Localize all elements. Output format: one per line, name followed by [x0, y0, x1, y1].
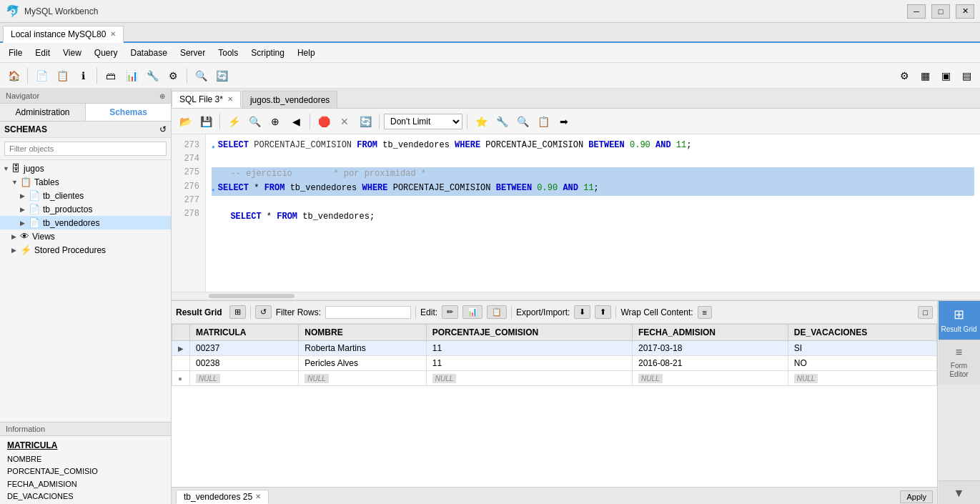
- filter-box: [0, 138, 171, 160]
- sql-tab-table[interactable]: jugos.tb_vendedores: [242, 91, 337, 108]
- maximize-btn[interactable]: □: [931, 4, 950, 19]
- toggle-panel-btn[interactable]: □: [918, 306, 933, 319]
- instance-tab[interactable]: Local instance MySQL80 ✕: [3, 26, 124, 43]
- menu-query[interactable]: Query: [89, 45, 124, 61]
- toolbar-db1[interactable]: 🔧: [143, 66, 162, 85]
- schema-jugos[interactable]: ▼ 🗄 jugos: [0, 162, 171, 175]
- menu-edit[interactable]: Edit: [29, 45, 56, 61]
- menu-help[interactable]: Help: [292, 45, 321, 61]
- menu-view[interactable]: View: [57, 45, 87, 61]
- table-row-1[interactable]: ▶ 00237 Roberta Martins 11 2017-03-18 SI: [172, 341, 937, 356]
- col-header-porcentaje[interactable]: PORCENTAJE_COMISION: [426, 325, 632, 341]
- sql-prev-btn[interactable]: ◀: [287, 112, 305, 131]
- edit-copy-btn[interactable]: 📋: [487, 305, 507, 319]
- filter-rows-input[interactable]: [325, 306, 411, 319]
- tree-tb-productos[interactable]: ▶ 📄 tb_productos: [0, 202, 171, 216]
- toolbar-db2[interactable]: ⚙: [164, 66, 182, 85]
- col-header-vacaciones[interactable]: DE_VACACIONES: [788, 325, 936, 341]
- toolbar-layout3[interactable]: ▤: [957, 66, 976, 85]
- sql-cancel-btn[interactable]: ✕: [335, 112, 354, 131]
- apply-btn[interactable]: Apply: [900, 490, 933, 503]
- toolbar-settings[interactable]: ⚙: [895, 66, 914, 85]
- result-grid-panel-btn[interactable]: ⊞ Result Grid: [939, 301, 980, 340]
- menu-tools[interactable]: Tools: [212, 45, 244, 61]
- sql-tab-file[interactable]: SQL File 3* ✕: [172, 91, 241, 108]
- stored-procs-node[interactable]: ▶ ⚡ Stored Procedures: [0, 243, 171, 257]
- filter-input[interactable]: [4, 142, 167, 156]
- results-table: MATRICULA NOMBRE PORCENTAJE_COMISION FEC…: [172, 324, 937, 487]
- export-btn[interactable]: ⬇: [574, 305, 590, 319]
- col-header-nombre[interactable]: NOMBRE: [299, 325, 426, 341]
- tables-node[interactable]: ▼ 📋 Tables: [0, 175, 171, 189]
- filter-rows-refresh-btn[interactable]: ↺: [255, 305, 272, 319]
- minimize-btn[interactable]: ─: [907, 4, 926, 19]
- tree-tb-clientes[interactable]: ▶ 📄 tb_clientes: [0, 189, 171, 202]
- toolbar-query2[interactable]: 🔄: [212, 66, 231, 85]
- edit-pencil-btn[interactable]: ✏: [442, 305, 458, 319]
- tab-administration[interactable]: Administration: [0, 104, 86, 121]
- sql-format-btn[interactable]: 🔧: [493, 112, 511, 131]
- toolbar-home[interactable]: 🏠: [4, 66, 23, 85]
- menu-server[interactable]: Server: [174, 45, 211, 61]
- menu-database[interactable]: Database: [125, 45, 173, 61]
- col-porcentaje: PORCENTAJE_COMISIO: [7, 465, 164, 478]
- result-grid-panel-label: Result Grid: [941, 325, 977, 334]
- row-arrow-2: [172, 356, 190, 371]
- table-row-new[interactable]: ● NULL NULL NULL NULL NULL: [172, 371, 937, 386]
- hscroll-thumb[interactable]: [209, 294, 295, 298]
- sql-context-btn[interactable]: ⊕: [266, 112, 284, 131]
- tables-icon: 📋: [20, 177, 31, 187]
- menu-file[interactable]: File: [3, 45, 28, 61]
- toolbar-sep2: [96, 68, 97, 84]
- sql-explain-btn[interactable]: 🔍: [245, 112, 264, 131]
- sql-save-btn[interactable]: 💾: [197, 112, 215, 131]
- table-row-2[interactable]: 00238 Pericles Alves 11 2016-08-21 NO: [172, 356, 937, 371]
- sql-refresh-btn[interactable]: 🔄: [356, 112, 375, 131]
- result-tab-vendedores[interactable]: tb_vendedores 25 ✕: [176, 490, 269, 504]
- form-editor-panel-btn[interactable]: ≡ Form Editor: [939, 340, 980, 385]
- col-header-fecha[interactable]: FECHA_ADMISION: [633, 325, 788, 341]
- limit-select[interactable]: Don't Limit Limit to 1000 rows: [384, 114, 462, 129]
- sql-sep2: [310, 114, 310, 129]
- toolbar-layout2[interactable]: ▣: [936, 66, 955, 85]
- col-header-matricula[interactable]: MATRICULA: [190, 325, 299, 341]
- toolbar-table2[interactable]: 📊: [122, 66, 141, 85]
- result-tab-close[interactable]: ✕: [255, 493, 261, 500]
- toolbar-sql1[interactable]: 📄: [32, 66, 51, 85]
- instance-tab-close[interactable]: ✕: [110, 30, 116, 38]
- arrow-right1: ▶: [20, 192, 29, 199]
- sql-open-btn[interactable]: 📂: [176, 112, 194, 131]
- toolbar-sql2[interactable]: 📋: [53, 66, 71, 85]
- code-editor[interactable]: 273 274 275 276 277 278 ● SELECT PORCENT…: [172, 134, 980, 292]
- import-btn[interactable]: ⬆: [595, 305, 611, 319]
- cell-null-2: NULL: [299, 371, 426, 386]
- toolbar-table1[interactable]: 🗃: [102, 66, 120, 85]
- editor-hscroll[interactable]: [172, 292, 980, 300]
- toolbar-sep1: [27, 68, 28, 84]
- instance-tabs: Local instance MySQL80 ✕: [0, 23, 980, 43]
- tree-tb-vendedores[interactable]: ▶ 📄 tb_vendedores: [0, 216, 171, 229]
- sql-bookmark-btn[interactable]: ⭐: [472, 112, 490, 131]
- window-controls[interactable]: ─ □ ✕: [907, 4, 974, 19]
- sql-extra2-btn[interactable]: ➡: [555, 112, 573, 131]
- toolbar-sep3: [187, 68, 187, 84]
- scroll-down-btn[interactable]: ▼: [939, 480, 980, 504]
- toolbar-query1[interactable]: 🔍: [192, 66, 210, 85]
- toolbar-info[interactable]: ℹ: [74, 66, 92, 85]
- views-node[interactable]: ▶ 👁 Views: [0, 229, 171, 243]
- edit-table-btn[interactable]: 📊: [462, 305, 482, 319]
- toolbar-layout1[interactable]: ▦: [916, 66, 934, 85]
- close-btn[interactable]: ✕: [956, 4, 974, 19]
- sql-stop-btn[interactable]: 🛑: [315, 112, 333, 131]
- sql-extra1-btn[interactable]: 📋: [534, 112, 553, 131]
- wrap-cell-btn[interactable]: ≡: [698, 306, 712, 319]
- tab-schemas[interactable]: Schemas: [86, 104, 171, 121]
- menu-scripting[interactable]: Scripting: [245, 45, 290, 61]
- refresh-icon[interactable]: ↺: [159, 124, 167, 134]
- schema-icon: 🗄: [11, 163, 21, 174]
- sql-execute-btn[interactable]: ⚡: [224, 112, 243, 131]
- views-icon: 👁: [20, 231, 29, 242]
- sql-search-btn[interactable]: 🔍: [513, 112, 532, 131]
- sql-tab-file-close[interactable]: ✕: [227, 95, 233, 103]
- result-grid-icon-btn[interactable]: ⊞: [229, 305, 246, 319]
